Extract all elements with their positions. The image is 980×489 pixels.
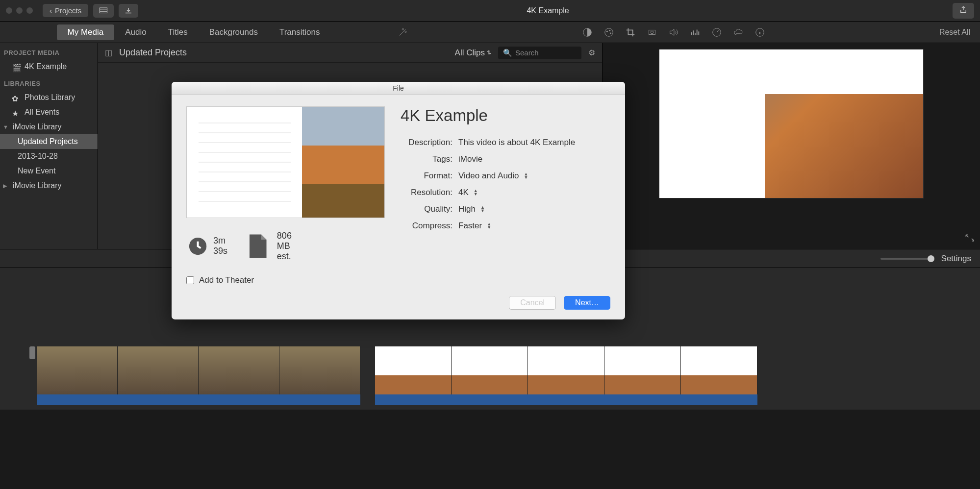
titlebar: ‹ Projects 4K Example [0, 0, 980, 22]
playhead-handle[interactable] [29, 346, 35, 359]
export-dialog: File 3m 39s 806 MB est. Add to Theater [172, 82, 625, 319]
cloud-icon[interactable] [733, 27, 744, 38]
svg-rect-0 [100, 8, 107, 13]
svg-point-9 [651, 31, 653, 34]
cancel-button[interactable]: Cancel [509, 296, 556, 310]
flower-icon: ✿ [12, 94, 21, 101]
media-tabs-row: My Media Audio Titles Backgrounds Transi… [0, 22, 980, 43]
sidebar-item-photos-library[interactable]: ✿ Photos Library [0, 90, 98, 105]
svg-point-4 [605, 28, 613, 36]
format-label: Format: [401, 171, 452, 181]
add-to-theater-checkbox[interactable] [186, 276, 194, 284]
format-dropdown[interactable]: Video and Audio ▲▼ [458, 171, 528, 181]
projects-label: Projects [55, 6, 81, 15]
share-icon [958, 5, 968, 14]
zoom-slider[interactable] [880, 258, 934, 260]
clock-icon [186, 235, 209, 258]
description-label: Description: [401, 138, 452, 147]
search-icon: 🔍 [503, 49, 512, 57]
search-placeholder: Search [515, 49, 539, 57]
libraries-header: LIBRARIES [0, 74, 98, 90]
contrast-icon[interactable] [582, 27, 593, 38]
reset-all-button[interactable]: Reset All [939, 28, 970, 37]
next-button[interactable]: Next… [564, 296, 610, 310]
tab-my-media[interactable]: My Media [57, 24, 115, 40]
clip-audio-waveform[interactable] [375, 394, 757, 405]
stepper-icon: ⇅ [487, 49, 491, 56]
stepper-icon: ▲▼ [480, 206, 485, 213]
stepper-icon: ▲▼ [474, 189, 478, 196]
clip-audio-waveform[interactable] [37, 394, 360, 405]
sidebar: PROJECT MEDIA 🎬 4K Example LIBRARIES ✿ P… [0, 43, 98, 249]
film-import-icon [98, 6, 109, 15]
quality-dropdown[interactable]: High ▲▼ [458, 204, 485, 214]
timeline-clip-2[interactable] [375, 346, 757, 405]
timeline-clip-1[interactable] [37, 346, 360, 405]
description-field[interactable]: This video is about 4K Example [458, 138, 575, 147]
preview-frame[interactable] [659, 49, 924, 198]
enhance-icon[interactable] [397, 27, 408, 38]
star-icon: ★ [12, 109, 21, 116]
sidebar-item-date[interactable]: 2013-10-28 [0, 149, 98, 164]
tab-transitions[interactable]: Transitions [269, 24, 331, 40]
sidebar-item-updated-projects[interactable]: Updated Projects [0, 134, 98, 149]
dialog-titlebar: File [172, 82, 625, 95]
browser-title: Updated Projects [119, 48, 187, 58]
compress-dropdown[interactable]: Faster ▲▼ [458, 221, 491, 231]
speed-icon[interactable] [711, 27, 722, 38]
svg-point-5 [606, 30, 608, 32]
settings-button[interactable]: Settings [941, 254, 971, 264]
disclosure-right-icon[interactable]: ▶ [3, 183, 9, 189]
file-icon [242, 229, 273, 264]
disclosure-down-icon[interactable]: ▼ [3, 124, 9, 130]
resolution-label: Resolution: [401, 188, 452, 197]
color-palette-icon[interactable] [603, 27, 614, 38]
crop-icon[interactable] [625, 27, 636, 38]
chevron-left-icon: ‹ [50, 6, 52, 15]
tab-titles[interactable]: Titles [157, 24, 199, 40]
equalizer-icon[interactable] [690, 27, 701, 38]
stepper-icon: ▲▼ [487, 222, 491, 229]
export-preview-thumbnail [186, 106, 385, 218]
export-duration: 3m 39s [186, 235, 229, 258]
sidebar-item-imovie-library-2[interactable]: ▶ iMovie Library [0, 178, 98, 193]
search-input[interactable]: 🔍 Search [498, 47, 581, 59]
tab-audio[interactable]: Audio [114, 24, 157, 40]
sidebar-item-new-event[interactable]: New Event [0, 164, 98, 178]
download-button[interactable] [119, 4, 138, 18]
quality-label: Quality: [401, 204, 452, 214]
gear-icon[interactable]: ⚙ [588, 48, 595, 57]
export-title: 4K Example [401, 106, 610, 125]
sidebar-toggle-icon[interactable]: ◫ [105, 48, 112, 57]
stabilize-icon[interactable] [647, 27, 657, 38]
sidebar-project[interactable]: 🎬 4K Example [0, 59, 98, 74]
clip-filter-dropdown[interactable]: All Clips ⇅ [455, 48, 491, 58]
preview-viewer [603, 43, 980, 249]
expand-icon[interactable] [964, 233, 974, 245]
project-media-header: PROJECT MEDIA [0, 43, 98, 59]
share-button[interactable] [953, 3, 974, 19]
window-title: 4K Example [143, 6, 953, 15]
window-traffic-lights[interactable] [6, 7, 33, 14]
resolution-dropdown[interactable]: 4K ▲▼ [458, 188, 478, 197]
tags-field[interactable]: iMovie [458, 154, 482, 164]
add-to-theater-label[interactable]: Add to Theater [199, 275, 254, 285]
export-filesize: 806 MB est. [242, 229, 302, 264]
compress-label: Compress: [401, 221, 452, 231]
import-media-button[interactable] [93, 4, 114, 18]
tab-backgrounds[interactable]: Backgrounds [199, 24, 269, 40]
clapperboard-icon: 🎬 [12, 63, 21, 70]
volume-icon[interactable] [668, 27, 679, 38]
svg-point-7 [610, 32, 611, 34]
tags-label: Tags: [401, 154, 452, 164]
sidebar-item-all-events[interactable]: ★ All Events [0, 105, 98, 120]
svg-point-6 [609, 29, 610, 31]
projects-back-button[interactable]: ‹ Projects [43, 4, 88, 17]
info-icon[interactable] [754, 27, 765, 38]
sidebar-item-imovie-library-1[interactable]: ▼ iMovie Library [0, 120, 98, 134]
download-arrow-icon [124, 6, 133, 15]
stepper-icon: ▲▼ [524, 172, 528, 179]
sidebar-project-label: 4K Example [25, 62, 67, 71]
